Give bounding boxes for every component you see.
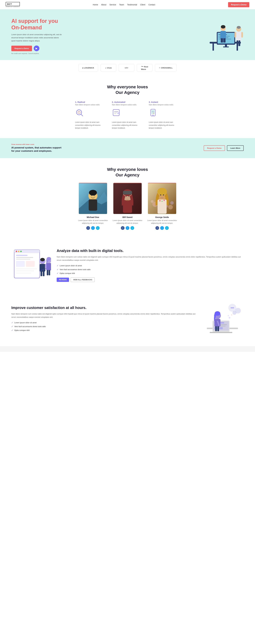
svg-rect-90: [46, 263, 51, 270]
svg-point-43: [89, 190, 97, 196]
team-social-michael: f t v: [77, 226, 108, 230]
analyze-title: Analyze data with built-in digital tools…: [57, 248, 244, 253]
hero-demo-button[interactable]: Request a Demo: [11, 46, 32, 51]
svg-rect-22: [241, 32, 243, 38]
social-vm-george[interactable]: v: [165, 226, 169, 230]
cta-band-demo-button[interactable]: Request a Demo: [204, 145, 225, 151]
hero-section: AI support for you On-Demand Lorem ipsum…: [0, 9, 255, 60]
svg-rect-86: [40, 271, 42, 276]
team-desc-michael: Lorem ipsum dolor sit amet consectetur a…: [77, 219, 108, 224]
nav-service[interactable]: Service: [109, 4, 116, 6]
svg-rect-12: [220, 31, 226, 40]
svg-rect-87: [43, 271, 44, 276]
hero-play-button[interactable]: ▶: [34, 46, 39, 51]
svg-point-61: [157, 188, 167, 195]
svg-point-17: [237, 26, 241, 29]
team-card-bill: Bill Sweet Lorem ipsum dolor sit amet co…: [112, 183, 143, 230]
nav-home[interactable]: Home: [93, 4, 98, 6]
hero-description: Lorem ipsum dolor sit amet consectetur a…: [11, 33, 62, 42]
svg-rect-77: [26, 261, 34, 267]
svg-text:⚡: ⚡: [153, 112, 154, 114]
check-icon-3: ✓: [57, 272, 58, 275]
svg-point-51: [126, 196, 127, 197]
svg-point-71: [18, 251, 19, 252]
svg-rect-9: [225, 45, 227, 47]
social-vm-bill[interactable]: v: [130, 226, 134, 230]
svg-rect-108: [210, 332, 232, 333]
cta-band: Grow revenue with lower costs AI powered…: [0, 138, 255, 158]
team-name-george: George Smile: [147, 216, 178, 218]
improve-text-block: Improve customer satisfaction at all hou…: [11, 306, 198, 333]
team-social-bill: f t v: [112, 226, 143, 230]
hero-title: AI support for you On-Demand: [11, 18, 62, 31]
improve-check-icon-3: ✓: [11, 329, 13, 332]
social-fb-michael[interactable]: f: [86, 226, 90, 230]
logo-sub: STARTUP AGENCY: [6, 6, 20, 7]
team-photo-george: [148, 183, 176, 214]
analyze-illustration: [11, 247, 51, 284]
svg-point-58: [151, 200, 154, 203]
logo-itch: ♪ITCH: [101, 64, 116, 72]
feedbacks-button[interactable]: VIEW ALL FEEDBACKS: [71, 278, 95, 282]
social-tw-bill[interactable]: t: [126, 226, 129, 230]
hero-note: No credit card required. Cancel anytime.: [11, 52, 62, 54]
checklist-item-1: ✓Lorem ipsum dolor sit amet: [57, 264, 244, 267]
cta-band-buttons: Request a Demo Learn More: [204, 145, 244, 151]
svg-rect-91: [47, 270, 48, 275]
logo-realwave: 〜 RealWave: [137, 64, 152, 72]
team-card-michael: Michael Doe Lorem ipsum dolor sit amet c…: [77, 183, 108, 230]
svg-rect-114: [217, 326, 219, 331]
nav-contact[interactable]: Contact: [148, 4, 155, 6]
team-name-bill: Bill Sweet: [112, 216, 143, 218]
automated-icon: ✓: [112, 108, 143, 118]
nav-about[interactable]: About: [101, 4, 106, 6]
team-card-george: George Smile Lorem ipsum dolor sit amet …: [147, 183, 178, 230]
nav-testimonial[interactable]: Testimonial: [127, 4, 137, 6]
improve-section: Improve customer satisfaction at all hou…: [0, 292, 255, 346]
svg-rect-74: [16, 257, 33, 258]
why-title: Why everyone loves Our Agency: [6, 84, 249, 95]
svg-point-52: [128, 196, 129, 197]
logo-loudnick: ■ LOUDNICK: [78, 64, 98, 72]
nav-cta-button[interactable]: Request a Demo: [228, 2, 249, 7]
svg-point-89: [47, 257, 51, 260]
logo-wire: wire: [119, 64, 134, 72]
logo-itch-text: ♪ITCH: [105, 66, 112, 69]
feature-instant: 3. Instant Nam libero tempore soluta nob…: [149, 101, 180, 130]
cta-band-learn-button[interactable]: Learn More: [227, 145, 244, 151]
social-tw-michael[interactable]: t: [91, 226, 95, 230]
social-fb-bill[interactable]: f: [121, 226, 125, 230]
navbar: DCT STARTUP AGENCY Home About Service Te…: [0, 0, 255, 9]
svg-point-34: [153, 115, 153, 116]
svg-rect-10: [223, 46, 229, 47]
svg-rect-19: [237, 40, 238, 46]
svg-rect-53: [123, 191, 132, 194]
analyze-section: Analyze data with built-in digital tools…: [0, 238, 255, 292]
social-fb-george[interactable]: f: [155, 226, 159, 230]
svg-point-82: [40, 258, 45, 261]
analyze-buttons: REVIEWS VIEW ALL FEEDBACKS: [57, 278, 244, 282]
svg-rect-76: [16, 261, 25, 267]
svg-rect-113: [215, 326, 217, 331]
svg-point-13: [221, 25, 225, 28]
features-grid: 1. Radical Nam libero tempore soluta nob…: [6, 101, 249, 130]
svg-rect-14: [221, 38, 223, 42]
logo-crosswill: ✕ CROSSWILL: [155, 64, 177, 72]
svg-point-24: [78, 111, 80, 114]
reviews-button[interactable]: REVIEWS: [57, 278, 69, 282]
svg-point-62: [160, 194, 161, 196]
footer: [0, 346, 255, 352]
svg-point-100: [233, 307, 234, 308]
nav-client[interactable]: Client: [140, 4, 145, 6]
social-vm-michael[interactable]: v: [96, 226, 100, 230]
team-desc-george: Lorem ipsum dolor sit amet consectetur a…: [147, 219, 178, 224]
svg-rect-21: [235, 32, 236, 38]
team-photo-bill: [113, 183, 142, 214]
nav-team[interactable]: Team: [119, 4, 124, 6]
team-photo-michael: [79, 183, 107, 214]
logo-crosswill-text: ✕ CROSSWILL: [159, 67, 173, 69]
svg-rect-44: [89, 199, 97, 211]
social-tw-george[interactable]: t: [160, 226, 164, 230]
cta-band-sublabel: Grow revenue with lower costs: [11, 144, 62, 145]
svg-rect-93: [45, 264, 46, 269]
